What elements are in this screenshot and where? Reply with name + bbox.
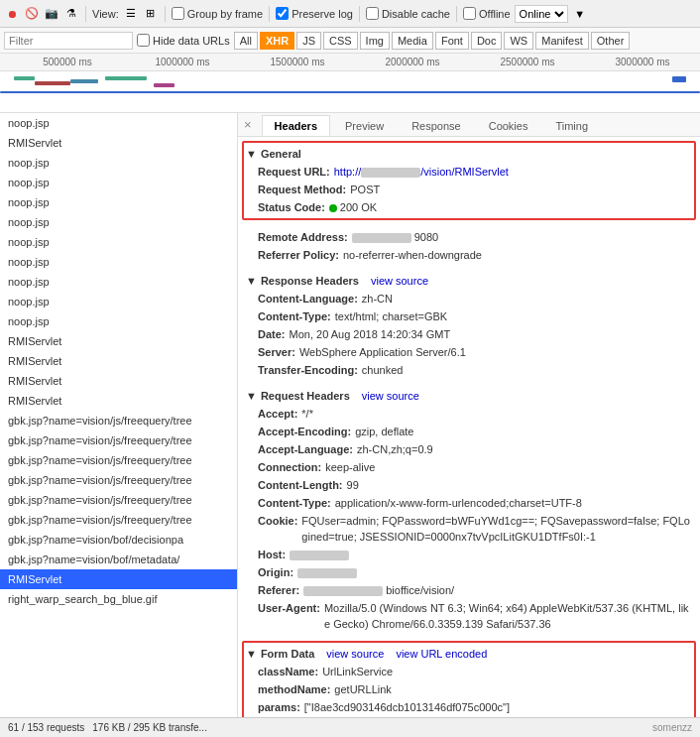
filter-font[interactable]: Font [435, 32, 469, 50]
file-list-item[interactable]: gbk.jsp?name=vision/js/freequery/tree [0, 510, 237, 530]
file-list-item[interactable]: RMIServlet [0, 331, 237, 351]
clear-icon[interactable]: 🚫 [24, 6, 40, 22]
general-section-header[interactable]: ▼ General [246, 145, 692, 163]
file-list-item[interactable]: RMIServlet [0, 391, 237, 411]
funnel-icon[interactable]: ⚗ [63, 6, 79, 22]
file-list-item[interactable]: noop.jsp [0, 113, 237, 133]
referrer-policy-row: Referrer Policy: no-referrer-when-downgr… [246, 246, 692, 264]
file-list: noop.jspRMIServletnoop.jspnoop.jspnoop.j… [0, 113, 238, 717]
tick-4: 2000000 ms [355, 57, 470, 67]
request-headers-header[interactable]: ▼ Request Headers view source [246, 387, 692, 405]
status-code-val: 200 OK [329, 199, 377, 215]
tab-response[interactable]: Response [399, 115, 474, 136]
file-list-item[interactable]: right_warp_search_bg_blue.gif [0, 589, 237, 609]
preserve-log-label: Preserve log [292, 8, 353, 20]
filter-manifest[interactable]: Manifest [535, 32, 589, 50]
form-data-view-source[interactable]: view source [326, 648, 384, 660]
request-headers-title: Request Headers [261, 390, 350, 402]
filter-icon[interactable]: 📷 [44, 6, 59, 22]
hide-data-urls-input[interactable] [137, 34, 150, 47]
fd-params: params: ["I8ae3cd903146dcb1013146df075c0… [246, 698, 692, 716]
filter-bar: Hide data URLs All XHR JS CSS Img Media … [0, 28, 700, 54]
tab-timing[interactable]: Timing [542, 115, 601, 136]
file-list-item[interactable]: noop.jsp [0, 212, 237, 232]
file-list-item[interactable]: RMIServlet [0, 351, 237, 371]
file-list-item[interactable]: noop.jsp [0, 153, 237, 173]
filter-img[interactable]: Img [360, 32, 390, 50]
offline-input[interactable] [463, 7, 476, 20]
group-frame-checkbox[interactable]: Group by frame [172, 7, 263, 20]
online-select[interactable]: Online [515, 5, 568, 23]
file-list-item[interactable]: noop.jsp [0, 252, 237, 272]
request-method-key: Request Method: [258, 182, 346, 197]
tab-headers[interactable]: Headers [262, 115, 330, 136]
offline-label: Offline [479, 8, 511, 20]
filter-input[interactable] [4, 32, 133, 50]
filter-doc[interactable]: Doc [471, 32, 503, 50]
file-list-item[interactable]: gbk.jsp?name=vision/js/freequery/tree [0, 450, 237, 470]
sep3 [269, 6, 270, 22]
file-list-item[interactable]: gbk.jsp?name=vision/js/freequery/tree [0, 490, 237, 510]
main-area: noop.jspRMIServletnoop.jspnoop.jspnoop.j… [0, 113, 700, 717]
file-list-item[interactable]: noop.jsp [0, 173, 237, 192]
filter-media[interactable]: Media [392, 32, 433, 50]
group-frame-input[interactable] [172, 7, 184, 20]
panel-close-button[interactable]: × [238, 113, 258, 136]
filter-other[interactable]: Other [591, 32, 631, 50]
file-list-item[interactable]: gbk.jsp?name=vision/js/freequery/tree [0, 411, 237, 430]
hide-data-urls-checkbox[interactable]: Hide data URLs [137, 34, 230, 47]
status-code-row: Status Code: 200 OK [246, 198, 692, 216]
response-headers-view-source[interactable]: view source [371, 275, 428, 287]
file-list-item[interactable]: noop.jsp [0, 192, 237, 212]
file-list-item[interactable]: gbk.jsp?name=vision/bof/metadata/ [0, 550, 237, 569]
response-headers-section: ▼ Response Headers view source Content-L… [238, 268, 700, 383]
rh-content-language: Content-Language: zh-CN [246, 290, 692, 307]
filter-css[interactable]: CSS [323, 32, 358, 50]
dropdown-icon[interactable]: ▼ [572, 6, 588, 22]
request-headers-view-source[interactable]: view source [362, 390, 419, 402]
tick-2: 1000000 ms [125, 57, 240, 67]
preserve-log-input[interactable] [276, 7, 289, 20]
file-list-item[interactable]: noop.jsp [0, 292, 237, 311]
response-headers-toggle: ▼ [246, 275, 257, 287]
fd-classname: className: UrlLinkService [246, 663, 692, 680]
offline-checkbox[interactable]: Offline [463, 7, 511, 20]
disable-cache-input[interactable] [366, 7, 379, 20]
file-list-item[interactable]: RMIServlet [0, 569, 237, 589]
request-method-row: Request Method: POST [246, 181, 692, 198]
form-data-header[interactable]: ▼ Form Data view source view URL encoded [246, 645, 692, 663]
tab-preview[interactable]: Preview [332, 115, 397, 136]
request-method-val: POST [350, 182, 380, 197]
filter-ws[interactable]: WS [504, 32, 533, 50]
timeline: 500000 ms 1000000 ms 1500000 ms 2000000 … [0, 54, 700, 113]
request-url-key: Request URL: [258, 164, 330, 180]
rh-server: Server: WebSphere Application Server/6.1 [246, 343, 692, 361]
rh-transfer-encoding: Transfer-Encoding: chunked [246, 361, 692, 379]
file-list-item[interactable]: gbk.jsp?name=vision/bof/decisionpa [0, 530, 237, 550]
file-list-item[interactable]: noop.jsp [0, 272, 237, 292]
hide-data-urls-label: Hide data URLs [153, 35, 230, 47]
response-headers-header[interactable]: ▼ Response Headers view source [246, 272, 692, 290]
tick-1: 500000 ms [10, 57, 125, 67]
requests-count: 61 / 153 requests [8, 722, 84, 733]
file-list-item[interactable]: noop.jsp [0, 311, 237, 331]
grid-view-icon[interactable]: ⊞ [143, 6, 159, 22]
rh-content-type: Content-Type: text/html; charset=GBK [246, 307, 692, 325]
file-list-item[interactable]: RMIServlet [0, 133, 237, 153]
file-list-item[interactable]: gbk.jsp?name=vision/js/freequery/tree [0, 470, 237, 490]
filter-xhr[interactable]: XHR [260, 32, 294, 50]
remote-address-val: 9080 [352, 229, 439, 245]
form-data-toggle: ▼ [246, 648, 257, 660]
record-icon[interactable]: ⏺ [4, 6, 20, 22]
form-data-view-url-encoded[interactable]: view URL encoded [396, 648, 487, 660]
file-list-item[interactable]: RMIServlet [0, 371, 237, 391]
filter-all[interactable]: All [234, 32, 258, 50]
right-panel: × Headers Preview Response Cookies Timin… [238, 113, 700, 717]
preserve-log-checkbox[interactable]: Preserve log [276, 7, 353, 20]
file-list-item[interactable]: noop.jsp [0, 232, 237, 252]
disable-cache-checkbox[interactable]: Disable cache [366, 7, 450, 20]
tab-cookies[interactable]: Cookies [476, 115, 541, 136]
filter-js[interactable]: JS [296, 32, 321, 50]
list-view-icon[interactable]: ☰ [123, 6, 139, 22]
file-list-item[interactable]: gbk.jsp?name=vision/js/freequery/tree [0, 430, 237, 450]
